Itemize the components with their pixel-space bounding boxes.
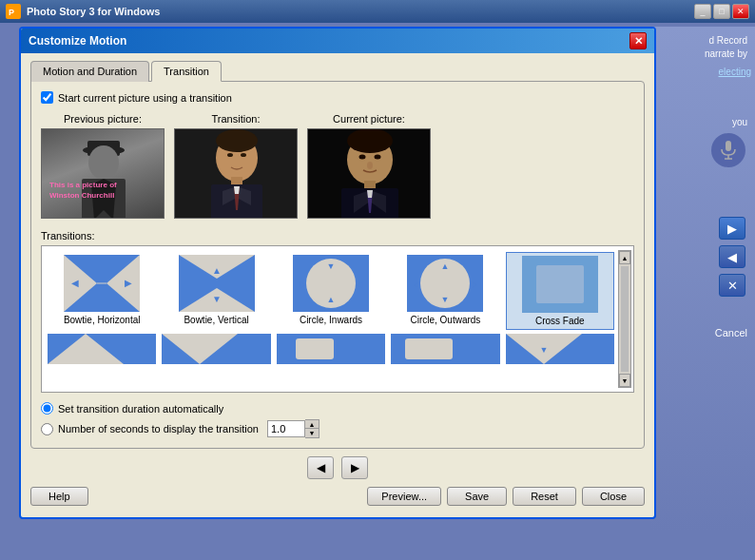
- tab-transition[interactable]: Transition: [151, 61, 222, 82]
- circle-in-icon: ▼ ▲ ▶ ◀: [293, 255, 369, 312]
- transition-partial-2[interactable]: [162, 334, 270, 364]
- circle-in-label: Circle, Inwards: [300, 315, 362, 325]
- svg-rect-2: [726, 141, 731, 151]
- duration-section: Set transition duration automatically Nu…: [41, 402, 634, 438]
- transition-partial-1[interactable]: [48, 334, 156, 364]
- auto-duration-row: Set transition duration automatically: [41, 402, 634, 415]
- checkbox-row: Start current picture using a transition: [41, 91, 634, 104]
- help-button[interactable]: Help: [30, 487, 88, 506]
- svg-text:▼: ▼: [539, 345, 548, 355]
- svg-text:▲: ▲: [212, 265, 222, 276]
- prev-overlay-text: This is a picture ofWinston Churchill: [49, 181, 117, 201]
- manual-duration-row: Number of seconds to display the transit…: [41, 419, 634, 438]
- right-link[interactable]: electing: [719, 67, 751, 77]
- scroll-up-button[interactable]: ▲: [619, 251, 630, 264]
- svg-point-13: [216, 129, 258, 152]
- dialog-body: Motion and Duration Transition Start cur…: [21, 53, 654, 517]
- bowtie-h-icon: ◀ ▶: [64, 255, 140, 312]
- minimize-button[interactable]: _: [694, 4, 711, 19]
- circle-out-icon: ▲ ▼ ◀ ▶: [407, 255, 483, 312]
- svg-point-31: [359, 155, 366, 160]
- auto-duration-label: Set transition duration automatically: [58, 403, 223, 415]
- right-text-1: d Record narrate by: [705, 34, 751, 61]
- window-controls: _ □ ✕: [694, 4, 749, 19]
- transition-crossfade[interactable]: Cross Fade: [506, 252, 614, 330]
- partial-2-icon: [162, 334, 238, 364]
- svg-text:▶: ▶: [299, 280, 305, 289]
- prev-photo-svg: [42, 129, 165, 219]
- bottom-nav: ◀ ▶: [30, 449, 645, 483]
- duration-spinner: ▲ ▼: [305, 419, 319, 438]
- svg-text:◀: ◀: [356, 280, 362, 289]
- mic-icon-wrap: [711, 133, 745, 167]
- manual-duration-radio[interactable]: [41, 423, 53, 435]
- transition-bowtie-h[interactable]: ◀ ▶ Bowtie, Horizontal: [48, 252, 156, 330]
- tab-motion-duration[interactable]: Motion and Duration: [30, 61, 149, 82]
- spin-down-button[interactable]: ▼: [305, 429, 319, 437]
- maximize-button[interactable]: □: [713, 4, 730, 19]
- duration-value-input[interactable]: [267, 420, 305, 437]
- svg-marker-19: [234, 186, 240, 194]
- mic-icon: [720, 140, 737, 161]
- right-arrow-button[interactable]: ▶: [719, 217, 745, 240]
- scroll-thumb[interactable]: [621, 266, 629, 372]
- previous-picture-col: Previous picture:: [41, 113, 165, 219]
- svg-rect-58: [536, 265, 584, 303]
- x-button[interactable]: ✕: [719, 274, 745, 297]
- right-panel: d Record narrate by electing you ▶ ◀ ✕ C…: [650, 27, 755, 531]
- svg-marker-30: [367, 190, 373, 198]
- svg-point-24: [347, 129, 393, 153]
- crossfade-icon: [522, 256, 598, 313]
- save-button[interactable]: Save: [447, 487, 507, 506]
- crossfade-label: Cross Fade: [535, 316, 585, 326]
- reset-button[interactable]: Reset: [513, 487, 576, 506]
- preview-button[interactable]: Preview...: [367, 487, 441, 506]
- svg-point-7: [88, 145, 119, 180]
- spin-up-button[interactable]: ▲: [305, 420, 319, 429]
- transition-circle-out[interactable]: ▲ ▼ ◀ ▶ Circle, Outwards: [391, 252, 499, 330]
- pictures-row: Previous picture:: [41, 113, 634, 219]
- svg-point-32: [375, 155, 381, 160]
- close-button[interactable]: ✕: [732, 4, 749, 19]
- back-nav-button[interactable]: ◀: [307, 456, 334, 479]
- transitions-label: Transitions:: [41, 230, 634, 241]
- transition-circle-in[interactable]: ▼ ▲ ▶ ◀ Circle, Inwards: [277, 252, 385, 330]
- action-buttons-row: Help Preview... Save Reset Close: [30, 483, 645, 508]
- tabs: Motion and Duration Transition: [30, 61, 645, 82]
- transition-partial-3[interactable]: [277, 334, 385, 364]
- current-picture-frame: [307, 128, 431, 219]
- transition-bowtie-v[interactable]: ▲ ▼ Bowtie, Vertical: [162, 252, 270, 330]
- transition-partial-4[interactable]: [391, 334, 499, 364]
- transition-picture-col: Transition:: [174, 113, 298, 219]
- partial-4-icon: [391, 334, 467, 364]
- dialog-title: Customize Motion: [29, 34, 126, 48]
- tab-content: Start current picture using a transition…: [30, 81, 645, 449]
- transitions-scrollbar[interactable]: ▲ ▼: [618, 250, 631, 388]
- transitions-row2: ▼: [48, 334, 614, 364]
- close-dialog-button[interactable]: Close: [582, 487, 645, 506]
- dialog-titlebar: Customize Motion ✕: [21, 29, 654, 53]
- left-arrow-button[interactable]: ◀: [719, 245, 745, 268]
- auto-duration-radio[interactable]: [41, 402, 53, 415]
- dialog-close-button[interactable]: ✕: [629, 32, 647, 49]
- transition-partial-5[interactable]: ▼: [506, 334, 614, 364]
- scroll-down-button[interactable]: ▼: [619, 374, 630, 387]
- current-picture-col: Current picture:: [307, 113, 431, 219]
- svg-point-33: [367, 162, 373, 169]
- partial-5-icon: ▼: [506, 334, 582, 364]
- previous-picture-frame: This is a picture ofWinston Churchill: [41, 128, 165, 219]
- svg-point-20: [227, 153, 233, 157]
- trans-photo-svg: [175, 129, 298, 219]
- checkbox-label: Start current picture using a transition: [58, 92, 232, 104]
- bowtie-v-icon: ▲ ▼: [179, 255, 255, 312]
- forward-nav-button[interactable]: ▶: [341, 456, 368, 479]
- svg-point-21: [241, 153, 246, 157]
- partial-1-icon: [48, 334, 124, 364]
- transition-picture-frame: [174, 128, 298, 219]
- cancel-text[interactable]: Cancel: [715, 327, 751, 338]
- svg-text:▲: ▲: [327, 295, 336, 304]
- svg-text:▲: ▲: [441, 261, 450, 271]
- svg-text:▼: ▼: [212, 294, 222, 304]
- start-transition-checkbox[interactable]: [41, 91, 53, 104]
- customize-motion-dialog: Customize Motion ✕ Motion and Duration T…: [19, 27, 656, 519]
